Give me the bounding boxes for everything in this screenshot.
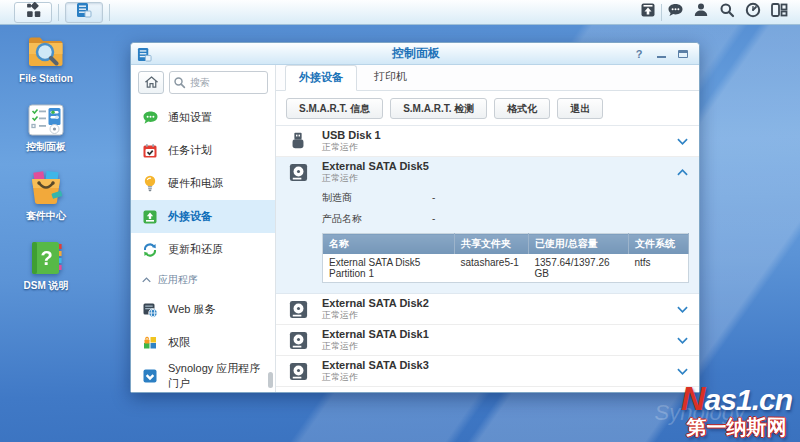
- smart-info-button[interactable]: S.M.A.R.T. 信息: [286, 98, 383, 119]
- device-name: External SATA Disk2: [322, 297, 675, 310]
- desktop: Synology: [0, 0, 800, 442]
- widgets-button[interactable]: [766, 2, 792, 23]
- notification-settings-icon: [141, 109, 159, 127]
- home-button[interactable]: [138, 71, 164, 94]
- sidebar-item-label: 通知设置: [168, 110, 212, 125]
- partition-table: 名称 共享文件夹 已使用/总容量 文件系统 External SATA Disk…: [322, 233, 689, 283]
- sidebar-item-update-restore[interactable]: 更新和还原: [131, 233, 275, 266]
- device-name: External SATA Disk5: [322, 160, 675, 173]
- privileges-icon: [141, 334, 159, 352]
- device-name: External SATA Disk1: [322, 328, 675, 341]
- user-button[interactable]: [688, 2, 714, 23]
- web-services-icon: [141, 301, 159, 319]
- sidebar-item-application-portal[interactable]: Synology 应用程序门户: [131, 359, 275, 392]
- desktop-icon-file-station[interactable]: File Station: [0, 34, 92, 84]
- file-station-icon: [0, 34, 92, 70]
- window-body: 通知设置 任务计划 硬件和电源: [131, 65, 699, 392]
- device-row-usb-disk-1[interactable]: USB Disk 1 正常运作: [276, 126, 699, 157]
- product-name-row: 产品名称 -: [276, 208, 699, 229]
- maximize-icon[interactable]: [677, 48, 689, 60]
- hard-disk-icon: [286, 392, 310, 393]
- sidebar-item-task-scheduler[interactable]: 任务计划: [131, 134, 275, 167]
- control-panel-window: 控制面板 ?: [130, 42, 700, 393]
- sidebar-item-external-devices[interactable]: 外接设备: [131, 200, 275, 233]
- format-button[interactable]: 格式化: [494, 98, 550, 119]
- file-system-cell: ntfs: [629, 254, 689, 283]
- window-titlebar[interactable]: 控制面板 ?: [131, 43, 699, 65]
- hard-disk-icon: [286, 162, 310, 183]
- sidebar-item-privileges[interactable]: 权限: [131, 326, 275, 359]
- device-status: 正常运作: [322, 310, 675, 321]
- backup-button[interactable]: [635, 2, 661, 23]
- partition-table-row[interactable]: External SATA Disk5 Partition 1 satashar…: [323, 254, 689, 283]
- chevron-down-icon[interactable]: [675, 138, 689, 145]
- window-titlebar-icon: [137, 47, 153, 61]
- search-icon: [719, 2, 735, 22]
- shared-folder-cell: satashare5-1: [455, 254, 529, 283]
- search-button[interactable]: [714, 2, 740, 23]
- help-icon[interactable]: ?: [633, 48, 645, 60]
- desktop-icon-dsm-help[interactable]: ? DSM 说明: [0, 240, 92, 293]
- sidebar-section-applications[interactable]: 应用程序: [131, 266, 275, 293]
- device-status: 正常运作: [322, 372, 675, 383]
- application-portal-icon: [141, 367, 159, 385]
- control-panel-window-icon: [76, 2, 92, 22]
- toolbar: S.M.A.R.T. 信息 S.M.A.R.T. 检测 格式化 退出: [276, 91, 699, 125]
- search-field-wrap: [169, 71, 268, 94]
- watermark: Nas1.cn 第一纳斯网: [681, 381, 792, 438]
- chevron-up-icon[interactable]: [675, 169, 689, 176]
- chevron-down-icon[interactable]: [675, 306, 689, 313]
- desktop-icon-package-center[interactable]: 套件中心: [0, 170, 92, 223]
- device-row-sata-disk3[interactable]: External SATA Disk3 正常运作: [276, 356, 699, 387]
- main-menu-button[interactable]: [14, 2, 52, 23]
- watermark-brand: Nas1.cn: [681, 381, 792, 417]
- system-health-icon: [745, 2, 761, 22]
- sidebar-item-notification-settings[interactable]: 通知设置: [131, 101, 275, 134]
- device-row-sata-disk5[interactable]: External SATA Disk5 正常运作: [276, 157, 699, 187]
- sidebar-scrollbar[interactable]: [268, 372, 273, 388]
- watermark-brand-rest: as1.cn: [705, 383, 792, 416]
- device-name: External SATA Disk3: [322, 359, 675, 372]
- system-health-button[interactable]: [740, 2, 766, 23]
- device-list: USB Disk 1 正常运作: [276, 125, 699, 392]
- partition-table-header-row: 名称 共享文件夹 已使用/总容量 文件系统: [323, 234, 689, 255]
- device-row-sata-disk1[interactable]: External SATA Disk1 正常运作: [276, 325, 699, 356]
- desktop-icon-label: 套件中心: [0, 209, 92, 223]
- top-bar-right: [635, 0, 792, 24]
- notifications-button[interactable]: [662, 2, 688, 23]
- manufacturer-label: 制造商: [322, 189, 432, 206]
- minimize-icon[interactable]: [655, 48, 667, 60]
- top-bar-left: [8, 0, 110, 24]
- tab-external-devices[interactable]: 外接设备: [285, 65, 357, 91]
- chevron-down-icon[interactable]: [675, 337, 689, 344]
- manufacturer-row: 制造商 -: [276, 187, 699, 208]
- sidebar-item-label: 更新和还原: [168, 242, 223, 257]
- device-info: External SATA Disk2 正常运作: [322, 297, 675, 321]
- column-header-shared-folder: 共享文件夹: [455, 234, 529, 255]
- package-center-icon: [0, 170, 92, 206]
- sidebar-item-web-services[interactable]: Web 服务: [131, 293, 275, 326]
- top-bar-separator: [58, 4, 59, 21]
- window-title: 控制面板: [199, 45, 633, 62]
- device-info: External SATA Disk4 正常运作: [322, 390, 675, 392]
- control-panel-task-button[interactable]: [65, 2, 103, 23]
- main-content: 外接设备 打印机 S.M.A.R.T. 信息 S.M.A.R.T. 检测 格式化…: [276, 65, 699, 392]
- column-header-file-system: 文件系统: [629, 234, 689, 255]
- sidebar-item-hardware-power[interactable]: 硬件和电源: [131, 167, 275, 200]
- chevron-down-icon[interactable]: [675, 368, 689, 375]
- tab-printer[interactable]: 打印机: [360, 64, 421, 90]
- hard-disk-icon: [286, 361, 310, 382]
- sidebar-item-label: 权限: [168, 335, 190, 350]
- sidebar-item-label: Synology 应用程序门户: [168, 361, 265, 391]
- chevron-up-icon: [142, 274, 151, 285]
- device-row-sata-disk4[interactable]: External SATA Disk4 正常运作: [276, 387, 699, 392]
- desktop-icon-label: File Station: [0, 73, 92, 84]
- eject-button[interactable]: 退出: [557, 98, 603, 119]
- device-status: 正常运作: [322, 341, 675, 352]
- device-row-sata-disk2[interactable]: External SATA Disk2 正常运作: [276, 294, 699, 325]
- device-name: USB Disk 1: [322, 129, 675, 142]
- control-panel-icon: [0, 103, 92, 137]
- update-restore-icon: [141, 241, 159, 259]
- smart-test-button[interactable]: S.M.A.R.T. 检测: [390, 98, 487, 119]
- desktop-icon-control-panel[interactable]: 控制面板: [0, 103, 92, 154]
